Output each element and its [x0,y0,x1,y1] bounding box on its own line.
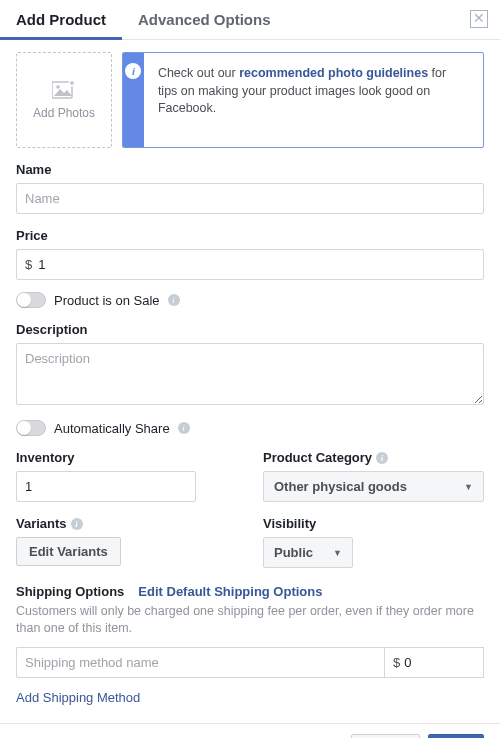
shipping-price-input[interactable] [404,648,475,677]
info-prefix: Check out our [158,66,239,80]
edit-variants-button[interactable]: Edit Variants [16,537,121,566]
auto-share-toggle[interactable] [16,420,46,436]
price-label: Price [16,228,484,243]
photo-guidelines-banner: i Check out our recommended photo guidel… [122,52,484,148]
info-strip: i [123,53,144,147]
shipping-description: Customers will only be charged one shipp… [16,603,484,637]
currency-symbol: $ [25,257,32,272]
visibility-select[interactable]: Public ▼ [263,537,353,568]
name-label: Name [16,162,484,177]
category-select[interactable]: Other physical goods ▼ [263,471,484,502]
shipping-method-input[interactable] [16,647,384,678]
description-label: Description [16,322,484,337]
shipping-title: Shipping Options [16,584,124,599]
variants-help-icon[interactable]: i [71,518,83,530]
auto-share-help-icon[interactable]: i [178,422,190,434]
edit-shipping-defaults-link[interactable]: Edit Default Shipping Options [138,584,322,599]
price-input[interactable] [38,250,475,279]
shipping-price-input-wrap[interactable]: $ [384,647,484,678]
inventory-label: Inventory [16,450,237,465]
dialog-body: Add Photos i Check out our recommended p… [0,40,500,705]
price-input-wrap[interactable]: $ [16,249,484,280]
visibility-selected: Public [274,545,313,560]
caret-down-icon: ▼ [333,548,342,558]
save-button[interactable]: Save [428,734,484,738]
tab-advanced-options[interactable]: Advanced Options [122,0,287,40]
auto-share-label: Automatically Share [54,421,170,436]
sale-help-icon[interactable]: i [168,294,180,306]
category-help-icon[interactable]: i [376,452,388,464]
visibility-label: Visibility [263,516,484,531]
name-input[interactable] [16,183,484,214]
info-icon: i [125,63,141,79]
cancel-button[interactable]: Cancel [351,734,420,738]
inventory-input[interactable] [16,471,196,502]
add-photos-dropzone[interactable]: Add Photos [16,52,112,148]
add-photos-label: Add Photos [33,106,95,120]
add-photo-icon [52,80,76,100]
tab-add-product[interactable]: Add Product [0,0,122,40]
category-selected: Other physical goods [274,479,407,494]
category-label: Product Category [263,450,372,465]
caret-down-icon: ▼ [464,482,473,492]
sale-toggle[interactable] [16,292,46,308]
svg-point-1 [56,85,60,89]
shipping-currency: $ [393,655,400,670]
add-shipping-method-link[interactable]: Add Shipping Method [16,690,140,705]
sale-toggle-label: Product is on Sale [54,293,160,308]
photo-guidelines-link[interactable]: recommended photo guidelines [239,66,428,80]
variants-label: Variants [16,516,67,531]
description-input[interactable] [16,343,484,405]
dialog-footer: Cancel Save [0,723,500,738]
close-icon[interactable]: ✕ [470,10,488,28]
tabs-bar: Add Product Advanced Options ✕ [0,0,500,40]
